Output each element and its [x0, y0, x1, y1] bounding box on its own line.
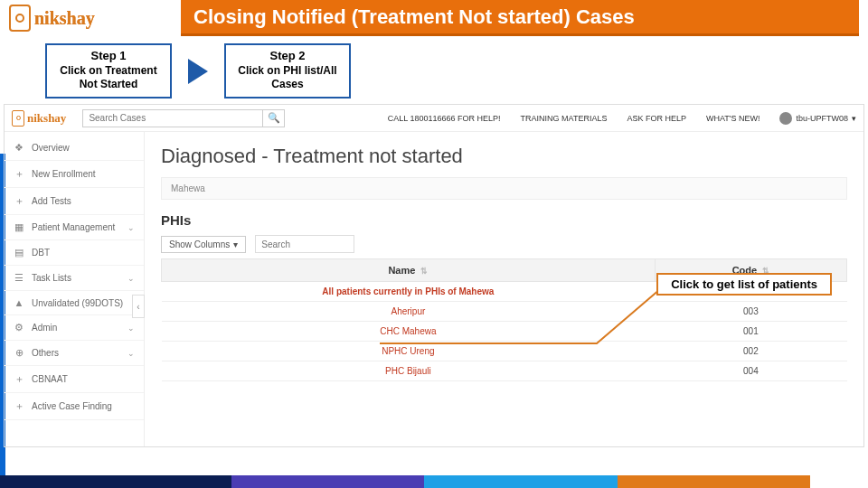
search-button[interactable]: 🔍 [263, 109, 285, 127]
chevron-down-icon: ▾ [852, 114, 856, 123]
collapse-sidebar-button[interactable]: ‹ [132, 295, 145, 318]
sidebar: ❖Overview＋New Enrollment＋Add Tests▦Patie… [5, 132, 145, 446]
chevron-down-icon: ⌄ [127, 223, 135, 232]
col-name[interactable]: Name⇅ [162, 259, 656, 282]
sidebar-item[interactable]: ＋CBNAAT [5, 366, 144, 393]
sidebar-item-icon: ⊕ [14, 347, 24, 359]
step-1-box: Step 1 Click on Treatment Not Started [45, 43, 172, 99]
cell-code: 002 [655, 342, 846, 361]
brand-text: nikshay [34, 8, 95, 29]
cell-code: 004 [655, 361, 846, 381]
sidebar-item-label: DBT [32, 248, 50, 258]
whats-new-link[interactable]: WHAT'S NEW! [706, 114, 760, 123]
sidebar-item-icon: ❖ [14, 142, 24, 154]
avatar-icon [779, 112, 792, 125]
sidebar-item[interactable]: ☰Task Lists⌄ [5, 266, 144, 291]
step-2-desc: Click on PHI list/All Cases [237, 64, 338, 91]
sidebar-item[interactable]: ❖Overview [5, 136, 144, 161]
sidebar-item-label: New Enrollment [32, 169, 96, 179]
sidebar-item-icon: ＋ [14, 194, 24, 208]
sidebar-item-label: Others [32, 348, 59, 358]
sidebar-item-icon: ☰ [14, 272, 24, 284]
app-logo-icon [12, 110, 24, 127]
sidebar-item-label: Overview [32, 143, 70, 153]
caret-down-icon: ▾ [233, 239, 238, 249]
chevron-down-icon: ⌄ [127, 274, 135, 283]
sidebar-item[interactable]: ⚙Admin⌄ [5, 315, 144, 341]
sidebar-item-label: Add Tests [32, 196, 71, 206]
sidebar-item-label: Active Case Finding [32, 401, 112, 411]
sidebar-item-label: Patient Management [32, 222, 115, 232]
callout-label: Click to get list of patients [656, 273, 832, 296]
section-heading: PHIs [161, 212, 847, 228]
cell-name: PHC Bijauli [162, 361, 656, 381]
callout-pointer [380, 289, 669, 361]
breadcrumb: Mahewa [161, 177, 847, 200]
sidebar-item-icon: ⚙ [14, 322, 24, 333]
chevron-down-icon: ⌄ [127, 324, 135, 333]
sidebar-item-icon: ＋ [14, 167, 24, 181]
page-title: Closing Notified (Treatment Not started)… [181, 0, 859, 36]
sidebar-item[interactable]: ▤DBT [5, 240, 144, 266]
step-2-box: Step 2 Click on PHI list/All Cases [224, 43, 351, 99]
sidebar-item-icon: ＋ [14, 372, 24, 386]
sidebar-item-label: CBNAAT [32, 374, 68, 384]
cell-code: 003 [655, 302, 846, 322]
cell-code: 001 [655, 322, 846, 342]
training-link[interactable]: TRAINING MATERIALS [521, 114, 608, 123]
sidebar-item-label: Task Lists [32, 273, 71, 283]
ask-help-link[interactable]: ASK FOR HELP [627, 114, 686, 123]
sidebar-item-icon: ▲ [14, 297, 24, 308]
sort-icon: ⇅ [420, 267, 428, 276]
brand-logo: nikshay [0, 0, 181, 36]
step-1-title: Step 1 [58, 49, 159, 62]
table-row[interactable]: PHC Bijauli004 [162, 361, 847, 381]
sidebar-item[interactable]: ▦Patient Management⌄ [5, 215, 144, 240]
search-icon: 🔍 [268, 112, 280, 124]
sidebar-item[interactable]: ⊕Others⌄ [5, 341, 144, 366]
sidebar-item[interactable]: ＋Add Tests [5, 188, 144, 215]
app-brand: nikshay [12, 110, 66, 127]
arrow-right-icon [188, 59, 208, 84]
step-2-title: Step 2 [237, 49, 338, 62]
sidebar-item-label: Admin [32, 323, 57, 333]
sidebar-item-icon: ▤ [14, 247, 24, 258]
chevron-down-icon: ⌄ [127, 349, 135, 358]
sidebar-item-icon: ＋ [14, 399, 24, 413]
table-search-input[interactable] [255, 235, 354, 253]
user-name: tbu-UPFTW08 [796, 114, 848, 123]
sidebar-item-label: Unvalidated (99DOTS) [32, 298, 123, 308]
search-input[interactable] [82, 109, 263, 127]
show-columns-button[interactable]: Show Columns▾ [161, 236, 246, 253]
step-1-desc: Click on Treatment Not Started [58, 64, 159, 91]
footer-band [0, 475, 868, 488]
user-menu[interactable]: tbu-UPFTW08 ▾ [779, 112, 856, 125]
logo-icon [9, 5, 31, 32]
sidebar-item[interactable]: ＋New Enrollment [5, 161, 144, 188]
main-heading: Diagnosed - Treatment not started [161, 145, 847, 168]
sidebar-item[interactable]: ＋Active Case Finding [5, 393, 144, 420]
chevron-left-icon: ‹ [137, 302, 139, 312]
sidebar-item[interactable]: ▲Unvalidated (99DOTS) [5, 291, 144, 315]
sidebar-item-icon: ▦ [14, 221, 24, 233]
helpline-link[interactable]: CALL 1800116666 FOR HELP! [388, 114, 501, 123]
